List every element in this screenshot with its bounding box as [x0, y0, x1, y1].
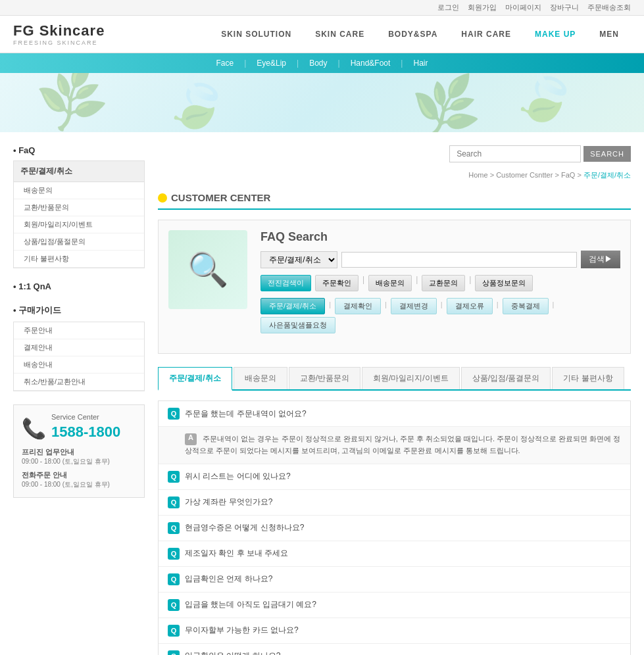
tab-membership[interactable]: 회원/마일리지/이벤트	[362, 367, 460, 389]
faq-q-badge-2: Q	[168, 497, 180, 508]
breadcrumb-sep-2: >	[555, 171, 560, 179]
breadcrumb-faq[interactable]: FaQ	[561, 171, 575, 179]
faq-quick-btn-2[interactable]: 배송문의	[368, 275, 412, 291]
sidebar-item-membership[interactable]: 회원/마일리지/이벤트	[14, 216, 144, 233]
search-bar: SEARCH	[158, 145, 631, 162]
sidebar-qna-title[interactable]: • 1:1 QnA	[13, 281, 145, 291]
faq-q-text-5: 입금확인은 언제 하나요?	[185, 573, 272, 585]
sidebar-item-shipping-guide[interactable]: 배송안내	[14, 356, 144, 374]
brand-name: FG Skincare	[13, 22, 105, 39]
nav-men[interactable]: MEN	[587, 30, 631, 39]
cart-link[interactable]: 장바구니	[550, 3, 579, 11]
subnav-eyelip[interactable]: Eye&Lip	[246, 59, 297, 68]
office-hours-label: 프리진 업무안내	[22, 447, 136, 457]
faq-q-text-3: 현금영수증은 어떻게 신청하나요?	[185, 522, 304, 533]
faq-category-select[interactable]: 주문/결제/취소	[260, 251, 337, 268]
tab-delivery[interactable]: 배송문의	[234, 367, 287, 389]
faq-image: 🔍	[168, 230, 247, 309]
faq-q-text-4: 제조일자 확인 후 보내 주세요	[185, 548, 288, 559]
brand-tagline: FREESING SKINCARE	[13, 39, 105, 46]
sidebar-item-return-guide[interactable]: 취소/반품/교환안내	[14, 374, 144, 391]
cat-pill-payment-change[interactable]: 결제변경	[391, 298, 437, 314]
nav-skin-care[interactable]: SKIN CARE	[303, 30, 376, 39]
breadcrumb-home[interactable]: Home	[468, 171, 487, 179]
faq-quick-btn-0[interactable]: 전진검색이	[260, 275, 311, 291]
breadcrumb-sep-3: >	[577, 171, 583, 179]
faq-item-0[interactable]: Q 주문을 했는데 주문내역이 없어요?	[159, 401, 630, 427]
faq-q-text-7: 무이자할부 가능한 카드 없나요?	[185, 625, 299, 636]
cat-pill-gift[interactable]: 사은품및샘플요청	[260, 317, 335, 333]
faq-a-text-0: 주문내역이 없는 경우는 주문이 정상적으로 완료되지 않거나, 주문 후 취소…	[185, 435, 620, 454]
faq-quick-btn-4[interactable]: 상품정보문의	[475, 275, 533, 291]
tab-exchange[interactable]: 교환/반품문의	[289, 367, 360, 389]
faq-item-7[interactable]: Q 무이자할부 가능한 카드 없나요?	[159, 618, 630, 644]
faq-search-input[interactable]	[341, 252, 577, 268]
faq-item-2[interactable]: Q 가상 계좌란 무엇인가요?	[159, 490, 630, 516]
faq-item-5[interactable]: Q 입금확인은 언제 하나요?	[159, 567, 630, 593]
cat-sep-1: |	[328, 298, 332, 314]
faq-right-panel: FAQ Search 주문/결제/취소 검색▶ 전진검색이 주문확인 | 배송문…	[260, 230, 620, 343]
cat-sep-3: |	[439, 298, 444, 314]
faq-quick-btn-3[interactable]: 교환문의	[422, 275, 465, 291]
content-area: • FaQ 주문/결제/취소 배송문의 교환/반품문의 회원/마일리지/이벤트 …	[0, 132, 644, 655]
faq-search-button[interactable]: 검색▶	[581, 251, 620, 268]
faq-q-badge-5: Q	[168, 573, 180, 585]
sidebar-item-order-guide[interactable]: 주문안내	[14, 322, 144, 339]
faq-item-3[interactable]: Q 현금영수증은 어떻게 신청하나요?	[159, 516, 630, 541]
faq-q-badge-4: Q	[168, 548, 180, 560]
faq-answer-0: A 주문내역이 없는 경우는 주문이 정상적으로 완료되지 않거나, 주문 후 …	[159, 427, 630, 464]
cat-pill-payment-error[interactable]: 결제오류	[447, 298, 493, 314]
search-input[interactable]	[449, 145, 581, 162]
section-header: CUSTOMER CENTER	[158, 187, 631, 210]
hero-leaf-3: 🌿	[409, 73, 485, 132]
nav-make-up[interactable]: MAKE UP	[523, 30, 587, 39]
cat-sep-4: |	[495, 298, 500, 314]
breadcrumb-customer[interactable]: Customer Csntter	[496, 171, 553, 179]
tab-product[interactable]: 상품/입점/품결문의	[461, 367, 551, 389]
tab-order[interactable]: 주문/결제/취소	[158, 367, 232, 391]
cat-sep-2: |	[384, 298, 388, 314]
main-nav: SKIN SOLUTION SKIN CARE BODY&SPA HAIR CA…	[209, 30, 631, 39]
faq-search-title: FAQ Search	[260, 230, 620, 244]
nav-hair-care[interactable]: HAIR CARE	[449, 30, 523, 39]
sidebar-item-exchange[interactable]: 교환/반품문의	[14, 199, 144, 216]
breadcrumb-sep-1: >	[490, 171, 496, 179]
sidebar-item-complaint[interactable]: 기타 불편사항	[14, 251, 144, 268]
faq-item-1[interactable]: Q 위시 리스트는 어디에 있나요?	[159, 464, 630, 490]
faq-search-box: 🔍 FAQ Search 주문/결제/취소 검색▶ 전진검색이 주문확인 | 배…	[158, 220, 631, 354]
search-button[interactable]: SEARCH	[583, 146, 631, 162]
subnav-body[interactable]: Body	[299, 59, 337, 68]
order-track-link[interactable]: 주문배송조회	[587, 3, 631, 11]
faq-q-text-2: 가상 계좌란 무엇인가요?	[185, 497, 272, 508]
cat-pill-duplicate[interactable]: 중복결제	[503, 298, 549, 314]
signup-link[interactable]: 회원가입	[468, 3, 497, 11]
faq-item-6[interactable]: Q 입금을 했는데 아직도 입금대기 예요?	[159, 593, 630, 618]
tab-complaint[interactable]: 기타 불편사항	[552, 367, 624, 389]
subnav-face[interactable]: Face	[206, 59, 245, 68]
sidebar: • FaQ 주문/결제/취소 배송문의 교환/반품문의 회원/마일리지/이벤트 …	[13, 145, 145, 655]
subnav-handfoot[interactable]: Hand&Foot	[340, 59, 401, 68]
sidebar-item-delivery[interactable]: 배송문의	[14, 182, 144, 199]
office-hours: 09:00 - 18:00 (토,일요일 휴무)	[22, 457, 136, 466]
faq-quick-btn-1[interactable]: 주문확인	[315, 275, 359, 291]
call-hours-label: 전화주문 안내	[22, 470, 136, 480]
nav-body-spa[interactable]: BODY&SPA	[376, 30, 449, 39]
faq-item-8[interactable]: Q 입금확인은 어떻게 하나요?	[159, 644, 630, 655]
subnav-hair[interactable]: Hair	[403, 59, 438, 68]
hero-leaf-4: 🍃	[160, 73, 235, 132]
sidebar-faq-label[interactable]: • FaQ	[13, 145, 35, 155]
faq-q-badge-8: Q	[168, 650, 180, 655]
sidebar-faq-title: • FaQ	[13, 145, 145, 155]
login-link[interactable]: 로그인	[437, 3, 459, 11]
nav-skin-solution[interactable]: SKIN SOLUTION	[209, 30, 303, 39]
top-bar: 로그인 회원가입 마이페이지 장바구니 주문배송조회	[0, 0, 644, 16]
mypage-link[interactable]: 마이페이지	[505, 3, 541, 11]
service-center-title: Service Center	[51, 413, 120, 421]
faq-item-4[interactable]: Q 제조일자 확인 후 보내 주세요	[159, 541, 630, 567]
sidebar-item-payment-guide[interactable]: 결제안내	[14, 339, 144, 356]
faq-q-badge-0: Q	[168, 408, 180, 420]
sidebar-item-product[interactable]: 상품/입점/품절문의	[14, 233, 144, 251]
cat-pill-payment-confirm[interactable]: 결제확인	[335, 298, 381, 314]
cat-pill-order[interactable]: 주문/결제/취소	[260, 298, 325, 314]
hero-leaf-1: 🌿	[31, 73, 114, 132]
